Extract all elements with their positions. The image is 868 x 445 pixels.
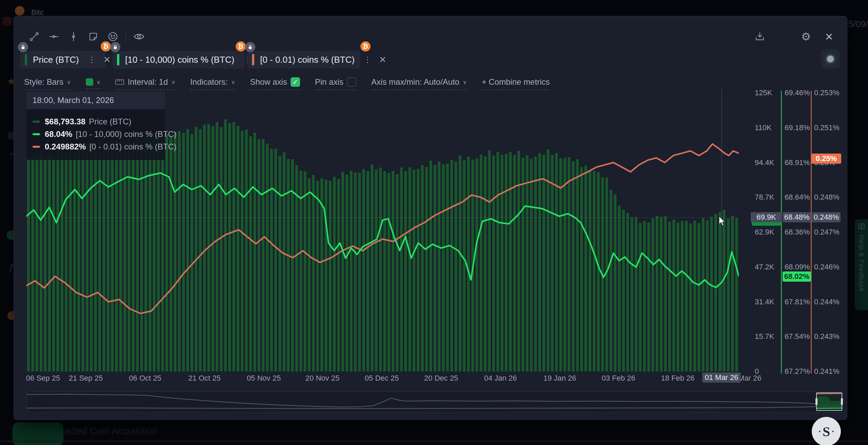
trend-line-icon[interactable] [27, 30, 41, 43]
logo-dot-left: · [818, 426, 821, 437]
crosshair-price-badge: 69.9K [751, 212, 782, 222]
x-axis-label: 03 Feb 26 [601, 374, 635, 383]
series-swatch [33, 133, 40, 135]
pin-axis-toggle[interactable]: Pin axis [315, 77, 356, 90]
drawing-toolbar [27, 30, 146, 43]
tooltip-row: $68,793.38Price (BTC) [33, 117, 159, 126]
navigator-right-handle[interactable] [841, 398, 843, 405]
crosshair-green-badge: 68.48% [783, 212, 811, 222]
orange-axis-line [811, 91, 812, 373]
tooltip-value: $68,793.38 [45, 117, 85, 126]
metric-tabs: Price (BTC)⋮✕₿[10 - 10,000) coins % (BTC… [14, 46, 847, 70]
gear-icon-glyph: ⚙ [801, 30, 811, 43]
emoji-icon[interactable] [106, 30, 120, 43]
settings-icon[interactable]: ⚙ [799, 30, 813, 43]
tab-label: [0 - 0.01) coins % (BTC) [260, 55, 355, 65]
lock-badge [110, 42, 120, 52]
price-axis-tick: 78.7K [755, 193, 774, 202]
orange-axis-tick: 0.248% [814, 193, 840, 202]
recorder-logo: · S · [812, 417, 841, 445]
green-axis-tick: 68.09% [785, 263, 810, 271]
price-axis-tick: 94.4K [755, 158, 774, 167]
green-axis-tick: 67.81% [785, 298, 810, 306]
pin-axis-checkbox[interactable] [347, 77, 356, 87]
tab-menu-icon[interactable]: ⋮ [363, 55, 372, 64]
tooltip-row: 68.04%[10 - 10,000) coins % (BTC) [33, 129, 159, 139]
x-axis-label: 19 Jan 26 [544, 374, 576, 383]
tab-label: Price (BTC) [33, 55, 79, 65]
orange-axis-tick: 0.253% [814, 88, 840, 97]
tab-color-bar [25, 54, 27, 65]
color-selector[interactable]: ∨ [86, 78, 101, 89]
tooltip-label: Price (BTC) [89, 117, 131, 126]
lock-badge [245, 42, 255, 52]
tab-close-icon[interactable]: ✕ [379, 55, 387, 65]
color-swatch [86, 78, 93, 86]
download-icon[interactable] [753, 30, 767, 43]
price-axis-tick: 31.4K [755, 298, 774, 306]
tooltip-value: 68.04% [45, 129, 72, 139]
tab-price-btc-[interactable]: Price (BTC)⋮✕ [20, 51, 105, 68]
x-axis-label: 18 Feb 26 [661, 374, 694, 383]
range-navigator[interactable] [26, 391, 843, 412]
crosshair-vertical-line [722, 89, 722, 371]
green-axis-tick: 68.64% [785, 193, 810, 202]
green-axis-tick: 68.36% [785, 228, 810, 237]
pin-axis-label: Pin axis [315, 77, 343, 87]
axis-maxmin-selector[interactable]: Axis max/min: Auto/Auto∨ [371, 77, 467, 90]
green-axis-tick: 67.27% [785, 367, 810, 376]
navigator-left-handle[interactable] [815, 398, 817, 405]
screen: Bitc 5/09/ ★ + ƒ Transacted Coin Acquisi… [0, 0, 868, 445]
crosshair-horizontal-line [26, 217, 739, 218]
series-swatch [33, 121, 40, 123]
tab-color-bar [117, 54, 119, 65]
x-axis-label: 06 Oct 25 [129, 374, 161, 383]
indicators-label: Indicators: [190, 77, 228, 87]
crosshair-date-badge: 01 Mar 26 [702, 372, 741, 383]
tooltip-row: 0.249882%[0 - 0.01) coins % (BTC) [33, 142, 159, 151]
orange-axis-tick: 0.247% [814, 228, 840, 237]
tooltip-label: [0 - 0.01) coins % (BTC) [89, 142, 176, 151]
x-axis-label: 05 Dec 25 [365, 374, 399, 383]
navigator-selection-window[interactable] [816, 392, 842, 411]
show-axis-label: Show axis [250, 77, 287, 87]
tab--10-10-000-coins-btc-[interactable]: [10 - 10,000) coins % (BTC)⋮✕ [112, 51, 244, 68]
x-axis-label: 06 Sep 25 [26, 374, 60, 383]
measure-horizontal-icon[interactable] [47, 30, 61, 43]
price-axis-tick: 15.7K [755, 332, 774, 341]
measure-vertical-icon[interactable] [67, 30, 80, 43]
mouse-cursor [718, 216, 727, 226]
orange-axis-tick: 0.251% [814, 123, 840, 132]
code-icon[interactable] [776, 30, 790, 43]
close-icon-glyph: ✕ [825, 31, 833, 43]
interval-label: Interval: 1d [127, 77, 168, 87]
close-icon[interactable]: ✕ [822, 30, 836, 43]
logo-letter: S [823, 424, 830, 440]
crosshair-orange-badge: 0.248% [812, 212, 841, 222]
show-axis-checkbox[interactable]: ✓ [291, 77, 300, 87]
show-axis-toggle[interactable]: Show axis✓ [250, 77, 300, 90]
bitcoin-badge-floating: ₿ [360, 41, 371, 52]
style-label: Style: Bars [24, 77, 63, 87]
indicators-selector[interactable]: Indicators:∨ [190, 77, 235, 90]
tab-menu-icon[interactable]: ⋮ [88, 55, 96, 64]
x-axis-label: 21 Oct 25 [188, 374, 220, 383]
chevron-down-icon: ∨ [231, 79, 235, 85]
style-selector[interactable]: Style: Bars∨ [24, 77, 71, 90]
axis-maxmin-label: Axis max/min: Auto/Auto [371, 77, 459, 87]
orange-axis-tick: 0.244% [814, 298, 840, 306]
logo-dot-right: · [831, 426, 834, 437]
green-axis-tick: 69.18% [785, 123, 810, 132]
price-axis-tick: 110K [755, 123, 772, 132]
interval-selector[interactable]: Interval: 1d∨ [115, 77, 175, 90]
x-axis-label: 21 Sep 25 [69, 374, 103, 383]
eye-icon[interactable] [132, 30, 146, 43]
lock-badge [18, 42, 28, 52]
series-swatch [33, 146, 40, 148]
note-icon[interactable] [86, 30, 100, 43]
tab-close-icon[interactable]: ✕ [103, 55, 111, 65]
tab-label: [10 - 10,000) coins % (BTC) [125, 55, 234, 65]
tab--0-0-01-coins-btc-[interactable]: [0 - 0.01) coins % (BTC)⋮✕ [247, 51, 360, 68]
combine-metrics-button[interactable]: + Combine metrics [482, 77, 550, 90]
x-axis-label: 04 Jan 26 [484, 374, 517, 383]
